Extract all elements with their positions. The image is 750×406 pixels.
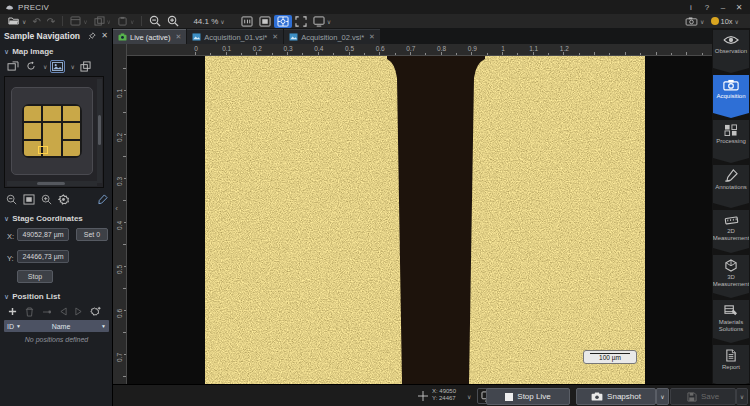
- copy-tool-button[interactable]: ∨: [91, 15, 114, 28]
- previous-position-icon[interactable]: [60, 307, 67, 316]
- image-canvas[interactable]: 00.10.20.30.40.50.60.70.80.911.11.2 0.10…: [113, 44, 712, 384]
- panel-close-icon[interactable]: ✕: [101, 31, 108, 40]
- map-image-header[interactable]: ∨ Map Image: [0, 45, 112, 58]
- layout-tool-button[interactable]: ∨: [67, 15, 90, 28]
- measure-3d-icon: [724, 259, 738, 272]
- delete-position-icon[interactable]: [25, 307, 34, 317]
- horizontal-ruler: 00.10.20.30.40.50.60.70.80.911.11.2: [127, 44, 712, 56]
- sidebar-item-processing[interactable]: Processing: [713, 120, 749, 163]
- empty-positions-text: No positions defined: [0, 336, 113, 343]
- ruler-tick: [124, 310, 126, 311]
- tab-close-icon[interactable]: ✕: [369, 33, 375, 41]
- ruler-tick: [318, 52, 319, 55]
- sidebar-item-report[interactable]: Report: [713, 345, 749, 388]
- scale-bar-label: 100 µm: [599, 355, 621, 361]
- map-brush-icon[interactable]: [97, 194, 108, 205]
- paste-tool-button[interactable]: ∨: [114, 15, 137, 28]
- zoom-out-button[interactable]: [146, 15, 164, 28]
- help-icon[interactable]: ?: [699, 1, 715, 13]
- stop-live-button[interactable]: Stop Live: [486, 388, 570, 405]
- fit-to-screen-button[interactable]: [256, 15, 274, 28]
- tab-acquisition-1[interactable]: Acquisition_01.vsi*✕: [187, 29, 283, 44]
- display-mode-button[interactable]: ∨: [310, 15, 334, 28]
- ruler-tick: [226, 52, 227, 55]
- fullscreen-button[interactable]: [292, 15, 310, 28]
- tab-live[interactable]: Live (active)✕: [113, 29, 186, 44]
- specimen-texture: [205, 56, 645, 384]
- sidebar-item-annotations[interactable]: Annotations: [713, 165, 749, 208]
- next-position-icon[interactable]: [75, 307, 82, 316]
- tab-acquisition-2[interactable]: Acquisition_02.vsi*✕: [284, 29, 380, 44]
- position-list-title: Position List: [12, 292, 60, 301]
- actual-size-button[interactable]: [238, 15, 256, 28]
- ruler-label: 0.3: [281, 45, 295, 52]
- camera-select[interactable]: ∨: [682, 15, 707, 28]
- stage-coordinates-title: Stage Coordinates: [12, 214, 83, 223]
- map-zoom-in-icon[interactable]: [41, 194, 52, 205]
- snapshot-button[interactable]: Snapshot: [576, 388, 656, 405]
- sidebar-item-acquisition[interactable]: Acquisition: [713, 75, 749, 118]
- live-specimen-image[interactable]: 100 µm: [205, 56, 645, 384]
- tab-close-icon[interactable]: ✕: [272, 33, 278, 41]
- map-refresh-button[interactable]: [23, 60, 38, 73]
- ruler-tick: [123, 156, 126, 157]
- y-label: Y:: [7, 254, 14, 263]
- map-layers-icon[interactable]: [78, 60, 93, 73]
- open-button[interactable]: ∨: [5, 15, 29, 28]
- xy-dropdown-chevron[interactable]: ∨: [467, 393, 471, 400]
- map-settings-icon[interactable]: [58, 194, 69, 205]
- sidebar-item-3d-measurement[interactable]: 3D Measurement: [713, 255, 749, 298]
- set-zero-button[interactable]: Set 0: [76, 228, 108, 241]
- sidebar-item-2d-measurement[interactable]: 2D Measurement: [713, 210, 749, 253]
- redo-button[interactable]: ↷: [44, 15, 58, 28]
- undo-button[interactable]: ↶: [29, 15, 43, 28]
- tab-close-icon[interactable]: ✕: [175, 33, 181, 41]
- toolbar-divider: [62, 16, 63, 26]
- settings-icon[interactable]: gear: [667, 1, 683, 13]
- snapshot-options-chevron[interactable]: ∨: [656, 388, 669, 405]
- position-list-header[interactable]: ∨ Position List: [4, 292, 60, 301]
- collapse-chevron-icon: ∨: [4, 215, 9, 223]
- move-to-position-icon[interactable]: [42, 308, 52, 316]
- map-image-toolbar: ∨ ∨: [0, 58, 112, 74]
- panel-title: Sample Navigation: [4, 31, 80, 41]
- ruler-tick: [517, 53, 518, 55]
- position-settings-icon[interactable]: [90, 306, 101, 317]
- map-acquire-button[interactable]: [50, 60, 65, 73]
- sidebar-item-materials-solutions[interactable]: Materials Solutions: [713, 300, 749, 343]
- map-hscrollbar[interactable]: [7, 181, 97, 186]
- overview-navigator-button[interactable]: [274, 15, 292, 28]
- ruler-label: 0.6: [116, 305, 123, 323]
- stage-x-field[interactable]: 49052,87 µm: [17, 228, 69, 241]
- filter-icon[interactable]: ▼: [101, 323, 106, 329]
- stage-coordinates-header[interactable]: ∨ Stage Coordinates: [4, 214, 83, 223]
- sidebar-item-observation[interactable]: Observation: [713, 30, 749, 73]
- map-thumbnail[interactable]: [4, 76, 104, 188]
- zoom-in-button[interactable]: [164, 15, 182, 28]
- save-icon: [687, 392, 697, 402]
- add-position-icon[interactable]: [8, 307, 17, 316]
- zoom-level-select[interactable]: 44.1 %∨: [190, 15, 227, 28]
- panel-collapse-handle[interactable]: ‹: [113, 198, 120, 218]
- close-icon[interactable]: ✕: [731, 1, 747, 13]
- ruler-tick: [640, 53, 641, 55]
- save-button[interactable]: Save: [670, 388, 736, 405]
- title-bar: PRECiV gear i ? – ✕: [0, 0, 750, 14]
- map-window-icon[interactable]: [5, 60, 20, 73]
- stop-button[interactable]: Stop: [17, 270, 53, 283]
- ruler-label: 0.1: [116, 85, 123, 103]
- pin-icon[interactable]: [88, 32, 96, 40]
- info-icon[interactable]: i: [683, 1, 699, 13]
- image-file-icon: [192, 33, 201, 41]
- save-options-chevron[interactable]: ∨: [736, 388, 748, 405]
- sidebar-item-label: Materials Solutions: [713, 319, 749, 332]
- map-vscrollbar[interactable]: [97, 79, 102, 183]
- minimize-icon[interactable]: –: [715, 1, 731, 13]
- map-zoom-out-icon[interactable]: [6, 194, 17, 205]
- objective-select[interactable]: 10x∨: [708, 15, 743, 28]
- image-file-icon: [289, 33, 298, 41]
- map-fit-icon[interactable]: [23, 194, 35, 205]
- position-table-header[interactable]: ID ▼ Name ▼: [4, 320, 109, 332]
- stage-y-field[interactable]: 24466,73 µm: [17, 250, 69, 263]
- ruler-tick: [686, 52, 687, 55]
